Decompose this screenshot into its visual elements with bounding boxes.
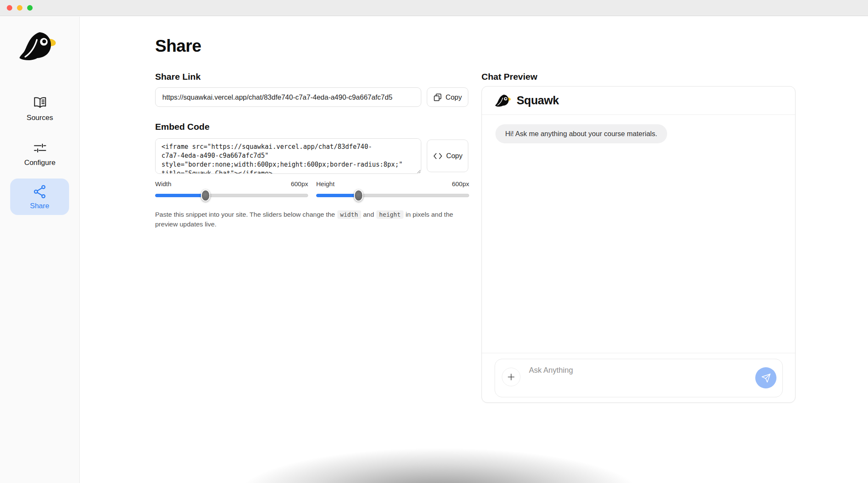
width-slider-label: Width [155, 180, 171, 187]
sidebar-item-label: Sources [27, 114, 53, 122]
height-slider-value: 600px [452, 180, 469, 187]
height-slider-thumb[interactable] [354, 190, 363, 201]
bot-message-bubble: Hi! Ask me anything about your course ma… [495, 124, 667, 143]
embed-code-heading: Embed Code [155, 122, 209, 132]
width-slider[interactable] [155, 194, 308, 197]
minimize-button[interactable] [17, 5, 22, 11]
sidebar-item-label: Configure [24, 159, 56, 167]
squawk-logo-icon [17, 28, 57, 63]
height-slider-fill [316, 194, 358, 197]
sidebar-item-sources[interactable]: Sources [0, 95, 80, 122]
sidebar-item-share-active[interactable]: Share [10, 179, 69, 215]
copy-embed-label: Copy [446, 152, 463, 160]
send-button[interactable] [755, 367, 776, 388]
width-slider-value: 600px [291, 180, 308, 187]
sidebar-item-label: Share [30, 202, 49, 210]
copy-icon [433, 93, 442, 102]
bottom-window-shadow [224, 443, 655, 483]
width-slider-group: Width 600px [155, 180, 308, 197]
attach-button[interactable] [502, 368, 520, 386]
embed-code-textarea[interactable]: <iframe src="https://squawkai.vercel.app… [155, 138, 421, 174]
sidebar-item-configure[interactable]: Configure [0, 140, 80, 167]
window-titlebar [0, 0, 868, 16]
page-title: Share [155, 36, 201, 56]
size-sliders: Width 600px Height 600px [155, 180, 470, 197]
copy-link-button[interactable]: Copy [427, 87, 468, 107]
copy-embed-button[interactable]: Copy [427, 140, 468, 172]
chat-message-input[interactable] [529, 366, 711, 388]
bot-name: Squawk [517, 94, 559, 107]
app-window: Sources Configure Share Share Share Link [0, 0, 868, 483]
zoom-button[interactable] [27, 5, 33, 11]
width-slider-thumb[interactable] [201, 190, 210, 201]
chat-preview-card: Squawk Hi! Ask me anything about your co… [481, 86, 796, 403]
code-icon [433, 152, 443, 160]
height-slider[interactable] [316, 194, 469, 197]
send-plane-icon [761, 373, 771, 383]
sidebar: Sources Configure Share [0, 17, 80, 483]
chat-footer [482, 353, 795, 402]
height-slider-group: Height 600px [316, 180, 469, 197]
embed-code-row: <iframe src="https://squawkai.vercel.app… [155, 138, 468, 174]
height-slider-label: Height [316, 180, 334, 187]
share-link-heading: Share Link [155, 72, 200, 82]
copy-link-label: Copy [445, 93, 462, 101]
width-code-chip: width [337, 210, 361, 219]
squawk-avatar-icon [494, 93, 511, 108]
share-url-input[interactable] [155, 87, 421, 107]
composer-box [495, 359, 783, 397]
chat-preview-heading: Chat Preview [481, 72, 537, 82]
height-code-chip: height [376, 210, 404, 219]
plus-icon [506, 372, 516, 382]
share-nodes-icon [31, 183, 48, 200]
close-button[interactable] [7, 5, 12, 11]
embed-hint-text: Paste this snippet into your site. The s… [155, 210, 472, 229]
book-open-icon [32, 95, 48, 111]
sliders-icon [32, 140, 48, 156]
traffic-lights [7, 5, 33, 11]
share-link-row: Copy [155, 87, 468, 107]
main-content: Share Share Link Copy Embed Code <iframe… [80, 16, 868, 483]
width-slider-fill [155, 194, 205, 197]
chat-header: Squawk [482, 87, 795, 115]
